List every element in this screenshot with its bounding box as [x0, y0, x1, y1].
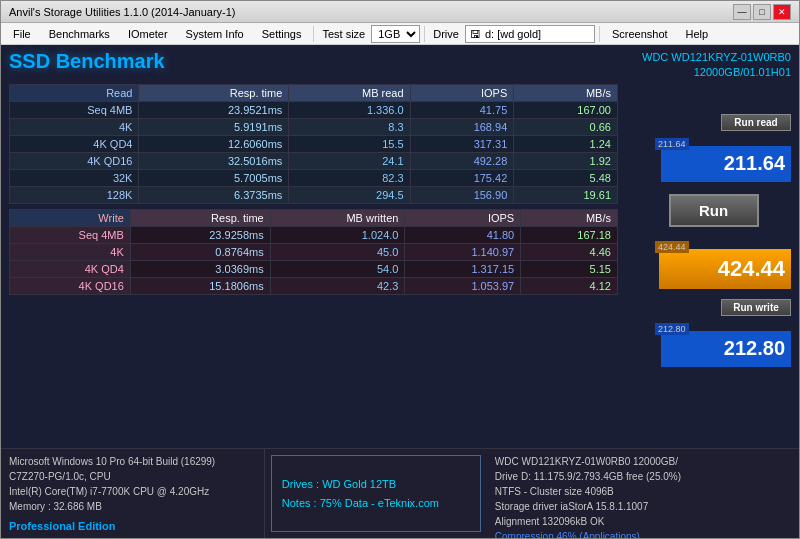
run-read-button[interactable]: Run read [721, 114, 791, 131]
row-name: 4K QD16 [10, 152, 139, 169]
drive-select-box[interactable]: 🖫 d: [wd gold] [465, 25, 595, 43]
app-window: Anvil's Storage Utilities 1.1.0 (2014-Ja… [0, 0, 800, 539]
minimize-button[interactable]: — [733, 4, 751, 20]
drive-info: WDC WD121KRYZ-01W0RB0 12000GB/01.01H01 [642, 50, 791, 81]
row-mb: 24.1 [289, 152, 410, 169]
row-resp: 23.9521ms [139, 101, 289, 118]
status-line3: Intel(R) Core(TM) i7-7700K CPU @ 4.20GHz [9, 484, 256, 499]
titlebar: Anvil's Storage Utilities 1.1.0 (2014-Ja… [1, 1, 799, 23]
write-col-mbs: MB/s [521, 209, 618, 226]
menu-benchmarks[interactable]: Benchmarks [41, 26, 118, 42]
close-button[interactable]: ✕ [773, 4, 791, 20]
read-col-name: Read [10, 84, 139, 101]
row-name: 4K QD4 [10, 260, 131, 277]
row-iops: 156.90 [410, 186, 514, 203]
row-mbs: 5.48 [514, 169, 618, 186]
row-iops: 1.140.97 [405, 243, 521, 260]
row-iops: 317.31 [410, 135, 514, 152]
right-line2: Drive D: 11.175.9/2.793.4GB free (25.0%) [495, 469, 791, 484]
drive-line1: WDC WD121KRYZ-01W0RB0 [642, 50, 791, 65]
read-col-iops: IOPS [410, 84, 514, 101]
row-resp: 32.5016ms [139, 152, 289, 169]
row-iops: 1.053.97 [405, 277, 521, 294]
row-name: Seq 4MB [10, 101, 139, 118]
row-mb: 45.0 [270, 243, 405, 260]
write-col-mb: MB written [270, 209, 405, 226]
divider3 [599, 26, 600, 42]
row-mb: 15.5 [289, 135, 410, 152]
run-write-button[interactable]: Run write [721, 299, 791, 316]
row-resp: 0.8764ms [130, 243, 270, 260]
row-mb: 42.3 [270, 277, 405, 294]
right-line6: Compression 46% (Applications) [495, 529, 791, 539]
write-col-iops: IOPS [405, 209, 521, 226]
row-iops: 41.80 [405, 226, 521, 243]
row-resp: 15.1806ms [130, 277, 270, 294]
row-mb: 1.336.0 [289, 101, 410, 118]
read-col-mb: MB read [289, 84, 410, 101]
menu-file[interactable]: File [5, 26, 39, 42]
row-name: 4K QD4 [10, 135, 139, 152]
row-iops: 168.94 [410, 118, 514, 135]
read-score-display: 211.64 211.64 [651, 136, 791, 182]
menu-help[interactable]: Help [678, 26, 717, 42]
row-name: 4K QD16 [10, 277, 131, 294]
menu-settings[interactable]: Settings [254, 26, 310, 42]
table-row: 4K 5.9191ms 8.3 168.94 0.66 [10, 118, 618, 135]
row-resp: 5.9191ms [139, 118, 289, 135]
row-iops: 175.42 [410, 169, 514, 186]
tables-column: Read Resp. time MB read IOPS MB/s Seq 4M… [9, 84, 618, 367]
write-table: Write Resp. time MB written IOPS MB/s Se… [9, 209, 618, 295]
window-title: Anvil's Storage Utilities 1.1.0 (2014-Ja… [9, 6, 235, 18]
read-score-bg: 211.64 [661, 146, 791, 182]
row-resp: 3.0369ms [130, 260, 270, 277]
testsize-label: Test size [318, 28, 369, 40]
drive-value: d: [wd gold] [485, 28, 541, 40]
row-name: 4K [10, 243, 131, 260]
pro-edition-label: Professional Edition [9, 518, 256, 535]
write-score-value: 212.80 [724, 337, 785, 360]
run-button[interactable]: Run [669, 194, 759, 227]
table-row: 4K QD16 15.1806ms 42.3 1.053.97 4.12 [10, 277, 618, 294]
compression-link[interactable]: Compression 46% (Applications) [495, 531, 640, 539]
row-iops: 492.28 [410, 152, 514, 169]
drive-label: Drive [429, 28, 463, 40]
right-line4: Storage driver iaStorA 15.8.1.1007 [495, 499, 791, 514]
total-score-value: 424.44 [718, 256, 785, 282]
menu-sysinfo[interactable]: System Info [178, 26, 252, 42]
status-right: WDC WD121KRYZ-01W0RB0 12000GB/ Drive D: … [487, 449, 799, 538]
run-button-group: Run [636, 194, 791, 227]
read-score-group: Run read 211.64 211.64 [636, 114, 791, 182]
row-resp: 5.7005ms [139, 169, 289, 186]
testsize-select[interactable]: 1GB [371, 25, 420, 43]
row-iops: 1.317.15 [405, 260, 521, 277]
row-mb: 82.3 [289, 169, 410, 186]
total-score-display: 424.44 424.44 [651, 239, 791, 289]
table-row: 128K 6.3735ms 294.5 156.90 19.61 [10, 186, 618, 203]
table-row: 4K QD16 32.5016ms 24.1 492.28 1.92 [10, 152, 618, 169]
status-line2: C7Z270-PG/1.0c, CPU [9, 469, 256, 484]
row-mbs: 5.15 [521, 260, 618, 277]
menu-iometer[interactable]: IOmeter [120, 26, 176, 42]
maximize-button[interactable]: □ [753, 4, 771, 20]
row-name: 32K [10, 169, 139, 186]
table-row: Seq 4MB 23.9258ms 1.024.0 41.80 167.18 [10, 226, 618, 243]
status-line1: Microsoft Windows 10 Pro 64-bit Build (1… [9, 454, 256, 469]
status-left: Microsoft Windows 10 Pro 64-bit Build (1… [1, 449, 265, 538]
row-resp: 6.3735ms [139, 186, 289, 203]
right-line3: NTFS - Cluster size 4096B [495, 484, 791, 499]
menubar: File Benchmarks IOmeter System Info Sett… [1, 23, 799, 45]
row-name: Seq 4MB [10, 226, 131, 243]
read-score-value: 211.64 [724, 152, 785, 175]
statusbar: Microsoft Windows 10 Pro 64-bit Build (1… [1, 448, 799, 538]
scores-column: Run read 211.64 211.64 Run 424.44 [626, 84, 791, 367]
drive-line2: 12000GB/01.01H01 [642, 65, 791, 80]
write-col-resp: Resp. time [130, 209, 270, 226]
read-col-mbs: MB/s [514, 84, 618, 101]
table-row: 32K 5.7005ms 82.3 175.42 5.48 [10, 169, 618, 186]
menu-screenshot[interactable]: Screenshot [604, 26, 676, 42]
row-name: 128K [10, 186, 139, 203]
status-drives: Drives : WD Gold 12TB [282, 475, 470, 494]
write-score-bg: 212.80 [661, 331, 791, 367]
table-row: Seq 4MB 23.9521ms 1.336.0 41.75 167.00 [10, 101, 618, 118]
